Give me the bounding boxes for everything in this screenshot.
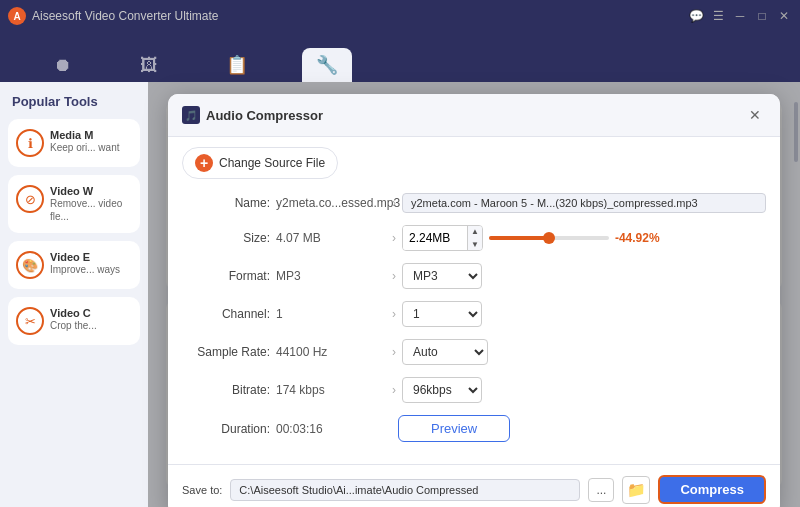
size-slider-container [489,236,609,240]
convert-tab-icon: ⏺ [54,55,72,76]
main-toolbar: ⏺ 🖼 📋 🔧 [0,32,800,82]
video-watermark-desc: Remove... video fle... [50,197,132,223]
tab-enhance[interactable]: 🖼 [126,49,172,82]
size-input[interactable] [403,226,467,250]
bitrate-original: 174 kbps [276,383,386,397]
name-value: y2meta.com - Maroon 5 - M...(320 kbps)_c… [402,193,766,213]
format-arrow-icon: › [392,269,396,283]
size-slider-thumb[interactable] [543,232,555,244]
size-spin-down[interactable]: ▼ [468,238,482,251]
size-slider-track[interactable] [489,236,609,240]
channel-arrow-icon: › [392,307,396,321]
video-enhance-icon: 🎨 [16,251,44,279]
format-original: MP3 [276,269,386,283]
bitrate-control: 96kbps 128kbps 192kbps 320kbps [402,377,766,403]
bitrate-select[interactable]: 96kbps 128kbps 192kbps 320kbps [402,377,482,403]
main-content: ℹ Media M Keep ori... files to the seed … [148,82,800,507]
video-enhance-title: Video E [50,251,120,263]
video-crop-icon: ✂ [16,307,44,335]
sample-rate-select[interactable]: Auto 44100 Hz 22050 Hz 16000 Hz [402,339,488,365]
name-control: y2meta.com - Maroon 5 - M...(320 kbps)_c… [402,193,766,213]
title-bar: A Aiseesoft Video Converter Ultimate 💬 ☰… [0,0,800,32]
tab-convert[interactable]: ⏺ [40,49,86,82]
enhance-tab-icon: 🖼 [140,55,158,76]
format-select[interactable]: MP3 AAC WAV FLAC [402,263,482,289]
format-label: Format: [182,269,270,283]
video-crop-desc: Crop the... [50,319,97,332]
size-percent: -44.92% [615,231,660,245]
format-row: Format: MP3 › MP3 AAC WAV FLAC [182,263,766,289]
save-path: C:\Aiseesoft Studio\Ai...imate\Audio Com… [230,479,580,501]
change-source-button[interactable]: + Change Source File [182,147,338,179]
sidebar-item-video-crop[interactable]: ✂ Video C Crop the... [8,297,140,345]
media-icon: ℹ [16,129,44,157]
chat-icon[interactable]: 💬 [688,8,704,24]
channel-select[interactable]: 1 2 [402,301,482,327]
video-watermark-title: Video W [50,185,132,197]
name-arrow-icon: › [392,196,396,210]
media-title: Media M [50,129,119,141]
dots-button[interactable]: ... [588,478,614,502]
change-source-label: Change Source File [219,156,325,170]
tab-tools[interactable]: 🔧 [302,48,352,82]
size-control: ▲ ▼ -44.92% [402,225,766,251]
video-enhance-desc: Improve... ways [50,263,120,276]
channel-original: 1 [276,307,386,321]
sidebar-item-media[interactable]: ℹ Media M Keep ori... want [8,119,140,167]
app-body: Popular Tools ℹ Media M Keep ori... want… [0,82,800,507]
form-area: Name: y2meta.co...essed.mp3 › y2meta.com… [168,189,780,464]
size-label: Size: [182,231,270,245]
preview-button[interactable]: Preview [398,415,510,442]
size-spin-up[interactable]: ▲ [468,225,482,238]
media-desc: Keep ori... want [50,141,119,154]
window-controls: 💬 ☰ ─ □ ✕ [688,8,792,24]
video-watermark-icon: ⊘ [16,185,44,213]
dialog-close-button[interactable]: ✕ [744,104,766,126]
name-label: Name: [182,196,270,210]
sample-rate-original: 44100 Hz [276,345,386,359]
sidebar-item-video-enhance[interactable]: 🎨 Video E Improve... ways [8,241,140,289]
tools-tab-icon: 🔧 [316,54,338,76]
name-original: y2meta.co...essed.mp3 [276,196,386,210]
sidebar-item-video-watermark[interactable]: ⊘ Video W Remove... video fle... [8,175,140,233]
sidebar: Popular Tools ℹ Media M Keep ori... want… [0,82,148,507]
size-slider-fill [489,236,549,240]
folder-icon[interactable]: 📁 [622,476,650,504]
channel-control: 1 2 [402,301,766,327]
toolbox-tab-icon: 📋 [226,54,248,76]
size-original: 4.07 MB [276,231,386,245]
close-icon[interactable]: ✕ [776,8,792,24]
compress-button[interactable]: Compress [658,475,766,504]
change-source-plus-icon: + [195,154,213,172]
duration-label: Duration: [182,422,270,436]
channel-row: Channel: 1 › 1 2 [182,301,766,327]
tab-toolbox[interactable]: 📋 [212,48,262,82]
size-input-spinner[interactable]: ▲ ▼ [402,225,483,251]
size-arrow-icon: › [392,231,396,245]
sample-rate-label: Sample Rate: [182,345,270,359]
save-to-label: Save to: [182,484,222,496]
bitrate-row: Bitrate: 174 kbps › 96kbps 128kbps 192kb… [182,377,766,403]
sample-rate-control: Auto 44100 Hz 22050 Hz 16000 Hz [402,339,766,365]
app-logo: A [8,7,26,25]
duration-row: Duration: 00:03:16 Preview [182,415,766,442]
dialog-footer: Save to: C:\Aiseesoft Studio\Ai...imate\… [168,464,780,507]
minimize-icon[interactable]: ─ [732,8,748,24]
bitrate-label: Bitrate: [182,383,270,397]
dialog-header-icon: 🎵 [182,106,200,124]
sample-rate-arrow-icon: › [392,345,396,359]
menu-icon[interactable]: ☰ [710,8,726,24]
bitrate-arrow-icon: › [392,383,396,397]
size-row: Size: 4.07 MB › ▲ ▼ [182,225,766,251]
channel-label: Channel: [182,307,270,321]
app-title: Aiseesoft Video Converter Ultimate [32,9,688,23]
sample-rate-row: Sample Rate: 44100 Hz › Auto 44100 Hz 22… [182,339,766,365]
name-row: Name: y2meta.co...essed.mp3 › y2meta.com… [182,193,766,213]
maximize-icon[interactable]: □ [754,8,770,24]
duration-control: Preview [398,415,766,442]
dialog-title: Audio Compressor [206,108,323,123]
audio-compressor-dialog: 🎵 Audio Compressor ✕ + Change Source Fil… [168,94,780,507]
video-crop-title: Video C [50,307,97,319]
size-spin-buttons: ▲ ▼ [467,225,482,251]
dialog-header: 🎵 Audio Compressor ✕ [168,94,780,137]
